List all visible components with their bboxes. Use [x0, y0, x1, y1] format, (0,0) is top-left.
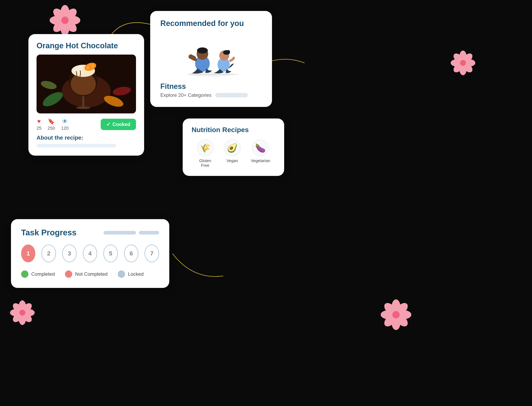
locked-label: Locked — [128, 271, 144, 277]
task-circle-5[interactable]: 5 — [103, 245, 118, 262]
svg-point-12 — [461, 61, 474, 74]
hearts-count: 25 — [36, 126, 41, 131]
nutrition-items: 🌾 GlutenFree 🥑 Vegan 🍆 Vegetarian — [192, 139, 275, 168]
svg-point-39 — [76, 107, 90, 109]
task-circle-4[interactable]: 4 — [83, 245, 97, 262]
svg-point-34 — [11, 302, 25, 315]
svg-point-17 — [460, 60, 466, 66]
nutrition-item-glutenfree: 🌾 GlutenFree — [197, 139, 214, 168]
explore-text: Explore 20+ Categories — [160, 92, 211, 98]
explore-placeholder — [215, 93, 248, 97]
svg-point-3 — [62, 18, 79, 34]
task-circle-6[interactable]: 6 — [124, 245, 139, 262]
task-title: Task Progress — [21, 228, 77, 237]
nutrition-item-vegetarian: 🍆 Vegetarian — [251, 139, 270, 163]
svg-point-25 — [382, 301, 398, 317]
legend-locked: Locked — [118, 270, 144, 278]
task-circle-7[interactable]: 7 — [145, 245, 159, 262]
task-circle-2[interactable]: 2 — [41, 245, 56, 262]
svg-rect-38 — [82, 95, 84, 107]
svg-point-32 — [11, 311, 25, 324]
about-label: About the recipe: — [36, 135, 136, 141]
check-icon: ✓ — [106, 122, 110, 127]
svg-point-21 — [393, 312, 410, 328]
recommended-title: Recommended for you — [160, 19, 262, 28]
fitness-illustration — [160, 31, 262, 78]
bookmark-icon: 🔖 — [48, 118, 55, 125]
svg-point-14 — [452, 61, 465, 74]
svg-point-10 — [461, 52, 474, 65]
recommended-card: Recommended for you — [150, 11, 272, 107]
svg-point-26 — [392, 311, 400, 318]
views-stat: 👁 120 — [61, 118, 69, 131]
vegetarian-icon: 🍆 — [252, 139, 269, 156]
vegan-icon: 🥑 — [224, 139, 241, 156]
not-completed-dot — [65, 270, 72, 278]
svg-point-24 — [381, 310, 395, 319]
svg-point-5 — [51, 18, 67, 34]
svg-point-4 — [60, 21, 69, 36]
nutrition-card: Nutrition Recipes 🌾 GlutenFree 🥑 Vegan 🍆… — [183, 118, 284, 176]
legend-not-completed: Not Completed — [65, 270, 108, 278]
svg-point-27 — [19, 300, 26, 312]
svg-point-22 — [392, 316, 400, 330]
svg-point-6 — [50, 16, 64, 25]
svg-point-13 — [459, 64, 466, 75]
legend-completed: Completed — [21, 270, 55, 278]
svg-point-35 — [20, 310, 25, 316]
svg-point-29 — [23, 309, 35, 316]
vegetarian-label: Vegetarian — [251, 159, 270, 163]
svg-point-57 — [197, 47, 208, 54]
svg-point-62 — [227, 50, 230, 53]
header-bar-1 — [103, 231, 136, 235]
cooked-label: Cooked — [112, 122, 130, 127]
svg-point-9 — [459, 51, 466, 62]
bookmarks-count: 250 — [48, 126, 55, 131]
svg-point-1 — [62, 6, 79, 23]
bookmarks-stat: 🔖 250 — [48, 118, 55, 131]
task-header: Task Progress — [21, 228, 159, 237]
nutrition-title: Nutrition Recipes — [192, 126, 275, 134]
svg-point-23 — [382, 312, 398, 328]
gluten-free-icon: 🌾 — [197, 139, 214, 156]
svg-point-15 — [451, 59, 462, 66]
recipe-title: Orange Hot Chocolate — [36, 41, 136, 50]
svg-point-58 — [189, 54, 193, 59]
task-header-placeholders — [103, 231, 159, 235]
task-circle-1[interactable]: 1 — [21, 245, 35, 262]
fitness-label: Fitness — [160, 82, 262, 91]
explore-row: Explore 20+ Categories — [160, 92, 262, 98]
not-completed-label: Not Completed — [75, 271, 108, 277]
svg-point-7 — [51, 6, 67, 23]
locked-dot — [118, 270, 125, 278]
vegan-label: Vegan — [226, 159, 238, 163]
nutrition-item-vegan: 🥑 Vegan — [224, 139, 241, 163]
svg-point-18 — [392, 299, 400, 314]
gluten-free-label: GlutenFree — [199, 159, 211, 168]
task-card: Task Progress 1 2 3 4 5 6 7 Completed No… — [11, 219, 169, 288]
recipe-stats: ♥ 25 🔖 250 👁 120 ✓ Cooked — [36, 118, 136, 131]
svg-point-2 — [66, 16, 80, 25]
header-bar-2 — [139, 231, 159, 235]
completed-label: Completed — [31, 271, 55, 277]
svg-point-16 — [452, 52, 465, 65]
views-count: 120 — [61, 126, 69, 131]
task-circle-3[interactable]: 3 — [62, 245, 77, 262]
svg-point-28 — [20, 302, 34, 315]
svg-point-19 — [393, 301, 410, 317]
svg-point-33 — [10, 309, 22, 316]
recipe-image — [36, 55, 136, 113]
eye-icon: 👁 — [62, 118, 68, 125]
about-placeholder — [36, 144, 116, 147]
svg-point-31 — [19, 313, 26, 325]
svg-point-11 — [464, 59, 475, 66]
task-circles: 1 2 3 4 5 6 7 — [21, 245, 159, 262]
cooked-button[interactable]: ✓ Cooked — [101, 119, 136, 130]
svg-point-0 — [60, 5, 69, 20]
recipe-card: Orange Hot Chocolate — [29, 34, 144, 156]
svg-point-8 — [61, 17, 69, 24]
task-legend: Completed Not Completed Locked — [21, 270, 159, 278]
svg-point-20 — [397, 310, 411, 319]
completed-dot — [21, 270, 29, 278]
heart-icon: ♥ — [37, 118, 41, 125]
